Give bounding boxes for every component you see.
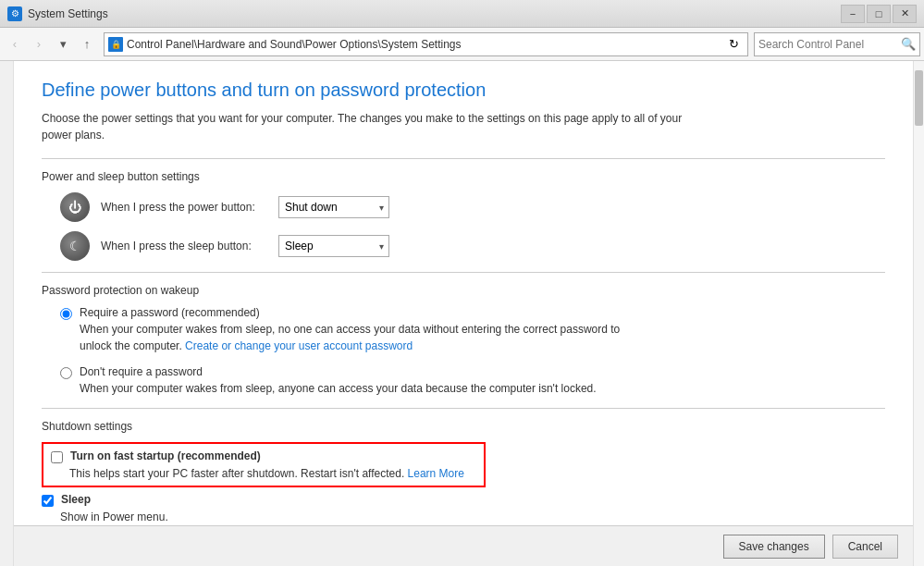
power-symbol: ⏻ — [68, 200, 81, 215]
back-button[interactable]: ‹ — [4, 33, 26, 55]
no-password-radio[interactable] — [60, 367, 72, 379]
left-sidebar — [0, 61, 14, 566]
shutdown-section-label: Shutdown settings — [42, 420, 885, 433]
app-icon: ⚙ — [7, 6, 22, 21]
scrollbar[interactable] — [913, 61, 924, 566]
fast-startup-text: Turn on fast startup (recommended) — [70, 449, 476, 462]
sleep-icon: ☾ — [60, 231, 90, 261]
no-password-title: Don't require a password — [80, 365, 885, 378]
title-bar-text: System Settings — [28, 7, 841, 20]
require-password-desc: When your computer wakes from sleep, no … — [80, 321, 653, 354]
no-password-item: Don't require a password When your compu… — [60, 365, 885, 397]
page-description: Choose the power settings that you want … — [42, 110, 708, 143]
scrollbar-thumb[interactable] — [915, 70, 923, 126]
require-password-item: Require a password (recommended) When yo… — [60, 306, 885, 354]
nav-bar: ‹ › ▾ ↑ 🔒 ↻ 🔍 — [0, 28, 924, 61]
power-sleep-section-label: Power and sleep button settings — [42, 170, 885, 183]
page-title: Define power buttons and turn on passwor… — [42, 80, 885, 101]
address-icon: 🔒 — [108, 37, 123, 52]
up-button[interactable]: ↑ — [76, 33, 98, 55]
sleep-button-select-wrapper[interactable]: Sleep Shut down Hibernate — [278, 235, 389, 257]
sleep-button-select[interactable]: Sleep Shut down Hibernate — [278, 235, 389, 257]
create-password-link[interactable]: Create or change your user account passw… — [185, 339, 413, 352]
divider-1 — [42, 158, 885, 159]
password-section-label: Password protection on wakeup — [42, 284, 885, 297]
sleep-symbol: ☾ — [69, 239, 81, 253]
power-button-select[interactable]: Shut down Sleep Hibernate — [278, 196, 389, 218]
title-bar: ⚙ System Settings − □ ✕ — [0, 0, 924, 28]
divider-2 — [42, 272, 885, 273]
sleep-checkbox[interactable] — [42, 495, 54, 507]
password-radio-group: Require a password (recommended) When yo… — [60, 306, 885, 397]
require-password-text: Require a password (recommended) When yo… — [80, 306, 885, 354]
address-bar[interactable]: 🔒 ↻ — [104, 32, 748, 56]
search-bar[interactable]: 🔍 — [754, 32, 920, 56]
main-layout: Define power buttons and turn on passwor… — [0, 61, 924, 566]
search-input[interactable] — [758, 38, 901, 51]
sleep-checkbox-text: Sleep — [61, 493, 885, 506]
fast-startup-item: Turn on fast startup (recommended) — [51, 449, 476, 463]
fast-startup-highlight: Turn on fast startup (recommended) This … — [42, 442, 486, 487]
cancel-button[interactable]: Cancel — [832, 535, 898, 559]
sleep-checkbox-item: Sleep — [42, 493, 885, 507]
refresh-button[interactable]: ↻ — [723, 34, 744, 55]
power-button-row: ⏻ When I press the power button: Shut do… — [60, 192, 885, 222]
address-input[interactable] — [127, 38, 723, 51]
require-password-title: Require a password (recommended) — [80, 306, 885, 319]
no-password-desc: When your computer wakes from sleep, any… — [80, 380, 653, 397]
power-button-select-wrapper[interactable]: Shut down Sleep Hibernate — [278, 196, 389, 218]
sleep-button-row: ☾ When I press the sleep button: Sleep S… — [60, 231, 885, 261]
search-icon: 🔍 — [901, 37, 916, 51]
forward-button[interactable]: › — [28, 33, 50, 55]
require-password-radio[interactable] — [60, 308, 72, 320]
sleep-checkbox-desc: Show in Power menu. — [60, 511, 885, 523]
fast-startup-desc: This helps start your PC faster after sh… — [69, 467, 476, 480]
learn-more-link[interactable]: Learn More — [408, 467, 464, 480]
close-button[interactable]: ✕ — [893, 5, 917, 23]
power-button-label: When I press the power button: — [101, 201, 267, 214]
fast-startup-title: Turn on fast startup (recommended) — [70, 449, 261, 462]
window-controls: − □ ✕ — [841, 5, 917, 23]
sleep-checkbox-title: Sleep — [61, 493, 91, 506]
divider-3 — [42, 408, 885, 409]
content-area: Define power buttons and turn on passwor… — [14, 61, 913, 566]
save-changes-button[interactable]: Save changes — [723, 535, 825, 559]
bottom-bar: Save changes Cancel — [14, 525, 913, 566]
sleep-button-label: When I press the sleep button: — [101, 240, 267, 252]
recent-locations-button[interactable]: ▾ — [52, 33, 74, 55]
minimize-button[interactable]: − — [841, 5, 865, 23]
power-icon: ⏻ — [60, 192, 90, 222]
fast-startup-checkbox[interactable] — [51, 451, 63, 463]
no-password-text: Don't require a password When your compu… — [80, 365, 885, 397]
maximize-button[interactable]: □ — [867, 5, 891, 23]
